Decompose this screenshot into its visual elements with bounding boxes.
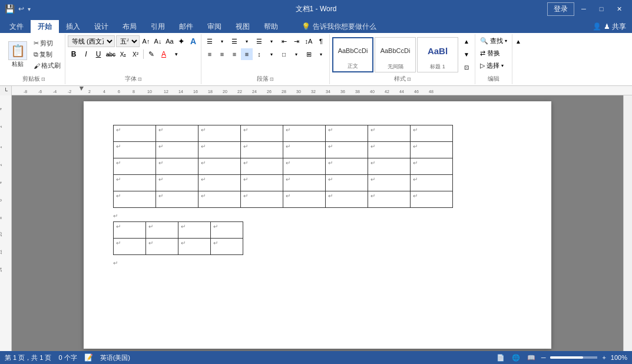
table-cell[interactable]: ↵ — [326, 158, 368, 175]
justify-button[interactable]: ≡ — [241, 48, 253, 60]
print-layout-view-button[interactable]: 📄 — [495, 352, 506, 363]
table-cell[interactable]: ↵ — [114, 222, 146, 239]
table-cell[interactable]: ↵ — [326, 191, 368, 208]
table-cell[interactable]: ↵ — [114, 158, 156, 175]
increase-indent-button[interactable]: ⇥ — [290, 35, 302, 47]
table-cell[interactable]: ↵ — [241, 158, 283, 175]
numbering-button[interactable]: ☰ — [229, 35, 240, 47]
table-cell[interactable]: ↵ — [156, 158, 198, 175]
font-color-dropdown[interactable]: ▾ — [170, 48, 182, 60]
table-cell[interactable]: ↵ — [241, 125, 283, 142]
web-layout-view-button[interactable]: 🌐 — [511, 352, 521, 363]
vertical-scrollbar[interactable] — [623, 95, 632, 351]
table-cell[interactable]: ↵ — [178, 239, 211, 255]
table-cell[interactable]: ↵ — [368, 158, 411, 175]
multilevel-dropdown[interactable]: ▾ — [266, 35, 277, 47]
clear-format-button[interactable]: ✦ — [176, 36, 187, 47]
font-color-button[interactable]: A — [158, 48, 170, 60]
document-area[interactable]: ↵ ↵ ↵ ↵ ↵ ↵ ↵ ↵ ↵ ↵ ↵ ↵ ↵ — [12, 95, 623, 351]
styles-scroll-up[interactable]: ▲ — [461, 36, 472, 48]
table-cell[interactable]: ↵ — [198, 125, 241, 142]
table-cell[interactable]: ↵ — [156, 125, 198, 142]
align-left-button[interactable]: ≡ — [204, 48, 216, 60]
multilevel-button[interactable]: ☰ — [253, 35, 265, 47]
styles-dialog-launcher[interactable]: ⊡ — [407, 77, 411, 82]
find-dropdown[interactable]: ▾ — [505, 38, 507, 44]
save-icon[interactable]: 💾 — [5, 4, 15, 14]
table-cell[interactable]: ↵ — [198, 142, 241, 158]
italic-button[interactable]: I — [80, 48, 92, 60]
table-cell[interactable]: ↵ — [114, 239, 146, 255]
table-cell[interactable]: ↵ — [156, 142, 198, 158]
plus-zoom-button[interactable]: + — [602, 354, 605, 361]
table-cell[interactable]: ↵ — [146, 222, 178, 239]
table-cell[interactable]: ↵ — [114, 175, 156, 191]
bullets-dropdown[interactable]: ▾ — [216, 35, 228, 47]
superscript-button[interactable]: X² — [130, 48, 141, 60]
select-button[interactable]: ▷ 选择 ▾ — [478, 60, 506, 71]
table-cell[interactable]: ↵ — [146, 239, 178, 255]
line-spacing-button[interactable]: ↕ — [253, 48, 265, 60]
table-cell[interactable]: ↵ — [283, 175, 326, 191]
share-button[interactable]: 👤 ♟ 共享 — [593, 22, 626, 32]
table-cell[interactable]: ↵ — [411, 158, 453, 175]
copy-button[interactable]: ⧉ 复制 — [32, 49, 62, 59]
format-paint-button[interactable]: 🖌 格式刷 — [32, 61, 62, 71]
style-normal[interactable]: AaBbCcDi 正文 — [332, 37, 373, 72]
tab-file[interactable]: 文件 — [2, 20, 31, 33]
numbering-dropdown[interactable]: ▾ — [241, 35, 253, 47]
subscript-button[interactable]: X₂ — [117, 48, 129, 60]
tab-layout[interactable]: 布局 — [115, 20, 144, 33]
page[interactable]: ↵ ↵ ↵ ↵ ↵ ↵ ↵ ↵ ↵ ↵ ↵ ↵ ↵ — [84, 101, 551, 349]
table-cell[interactable]: ↵ — [411, 175, 453, 191]
table-cell[interactable]: ↵ — [198, 191, 241, 208]
table-cell[interactable]: ↵ — [368, 175, 411, 191]
table-cell[interactable]: ↵ — [368, 142, 411, 158]
shading-button[interactable]: □ — [278, 48, 290, 60]
quick-access-dropdown[interactable]: ▾ — [28, 6, 31, 12]
align-center-button[interactable]: ≡ — [216, 48, 228, 60]
table-cell[interactable]: ↵ — [368, 191, 411, 208]
show-marks-button[interactable]: ¶ — [315, 35, 327, 47]
table-cell[interactable]: ↵ — [283, 142, 326, 158]
ribbon-collapse-button[interactable]: ▲ — [512, 35, 524, 47]
zoom-slider[interactable] — [550, 356, 597, 359]
tab-design[interactable]: 设计 — [87, 20, 115, 33]
paste-button[interactable]: 📋 粘贴 — [5, 40, 31, 70]
table-cell[interactable]: ↵ — [326, 142, 368, 158]
style-no-spacing[interactable]: AaBbCcDi 无间隔 — [375, 37, 416, 72]
minus-zoom-button[interactable]: ─ — [541, 354, 546, 361]
table-cell[interactable]: ↵ — [283, 158, 326, 175]
table-cell[interactable]: ↵ — [198, 175, 241, 191]
table-cell[interactable]: ↵ — [114, 191, 156, 208]
bold-button[interactable]: B — [68, 48, 80, 60]
table-cell[interactable]: ↵ — [326, 125, 368, 142]
font-shrink-button[interactable]: A↓ — [153, 36, 163, 47]
clipboard-dialog-launcher[interactable]: ⊡ — [41, 77, 45, 82]
borders-button[interactable]: ⊞ — [303, 48, 315, 60]
table-cell[interactable]: ↵ — [114, 125, 156, 142]
tab-view[interactable]: 视图 — [229, 20, 257, 33]
find-button[interactable]: 🔍 查找 ▾ — [478, 35, 509, 47]
style-heading1[interactable]: AaBl 标题 1 — [417, 37, 458, 72]
strikethrough-button[interactable]: abc — [105, 48, 117, 60]
ruler-corner[interactable]: └ — [0, 86, 12, 95]
minimize-button[interactable]: ─ — [575, 3, 592, 15]
change-case-button[interactable]: Aa — [164, 36, 175, 47]
font-size-select[interactable]: 五号 小四 四号 — [116, 35, 140, 47]
shading-dropdown[interactable]: ▾ — [290, 48, 302, 60]
font-name-select[interactable]: 等线 (西文正文) — [68, 35, 115, 47]
table-cell[interactable]: ↵ — [283, 191, 326, 208]
table-cell[interactable]: ↵ — [368, 125, 411, 142]
styles-scroll-down[interactable]: ▼ — [461, 49, 472, 61]
font-grow-button[interactable]: A↑ — [141, 36, 151, 47]
login-button[interactable]: 登录 — [547, 2, 574, 16]
undo-icon[interactable]: ↩ — [18, 5, 24, 13]
table-cell[interactable]: ↵ — [326, 175, 368, 191]
table-cell[interactable]: ↵ — [156, 175, 198, 191]
table-cell[interactable]: ↵ — [283, 125, 326, 142]
table-cell[interactable]: ↵ — [241, 191, 283, 208]
borders-dropdown[interactable]: ▾ — [315, 48, 327, 60]
table-cell[interactable]: ↵ — [178, 222, 211, 239]
highlight-button[interactable]: ✎ — [145, 48, 157, 60]
